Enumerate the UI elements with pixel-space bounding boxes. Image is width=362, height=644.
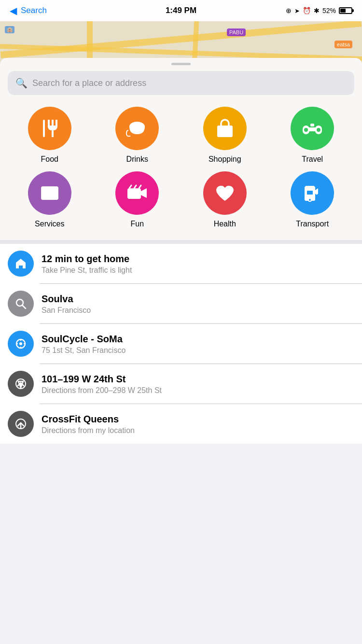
soulcycle-icon (8, 331, 34, 357)
svg-point-16 (130, 191, 132, 194)
transport-label: Transport (296, 220, 329, 228)
svg-point-10 (316, 127, 321, 132)
sheet-handle (0, 58, 362, 67)
drinks-label: Drinks (126, 155, 148, 164)
svg-rect-3 (217, 126, 233, 137)
svg-point-2 (129, 124, 145, 129)
status-time: 1:49 PM (166, 6, 196, 15)
home-text: 12 min to get home Take Pine St, traffic… (42, 252, 354, 275)
crossfit-icon (8, 411, 34, 437)
services-icon: $ (28, 171, 71, 215)
search-placeholder: Search for a place or address (32, 78, 146, 88)
w24th-icon (8, 371, 34, 397)
travel-label: Travel (302, 155, 323, 164)
battery-icon (339, 7, 352, 14)
w24th-subtitle: Directions from 200–298 W 25th St (42, 386, 354, 395)
services-label: Services (35, 220, 64, 228)
food-icon (28, 107, 71, 150)
shopping-icon (203, 107, 247, 150)
home-icon (8, 251, 34, 277)
status-bar: ◀ Search 1:49 PM ⊕ ➤ ⏰ ✱ 52% (0, 0, 362, 21)
soulcycle-text: SoulCycle - SoMa 75 1st St, San Francisc… (42, 333, 354, 355)
category-services[interactable]: $ Services (8, 171, 92, 228)
svg-point-29 (19, 342, 22, 345)
transport-icon (291, 171, 334, 215)
battery-percent: 52% (322, 7, 336, 14)
lock-icon: ⊕ (286, 7, 292, 14)
fun-label: Fun (130, 220, 144, 228)
soulva-icon (8, 291, 34, 317)
svg-rect-8 (308, 127, 316, 131)
home-subtitle: Take Pine St, traffic is light (42, 266, 354, 275)
svg-rect-11 (310, 124, 314, 126)
svg-line-19 (129, 185, 131, 188)
list-item-crossfit[interactable]: CrossFit Queens Directions from my locat… (0, 404, 362, 444)
svg-line-20 (134, 185, 136, 188)
alarm-icon: ⏰ (303, 7, 311, 14)
svg-line-21 (139, 185, 141, 188)
category-drinks[interactable]: Drinks (96, 107, 180, 164)
travel-icon (291, 107, 334, 150)
svg-point-18 (135, 191, 137, 194)
soulva-title: Soulva (42, 293, 354, 305)
crossfit-subtitle: Directions from my location (42, 426, 354, 435)
bluetooth-icon: ✱ (314, 7, 320, 14)
svg-line-27 (22, 305, 26, 308)
back-label: Search (21, 6, 47, 15)
health-icon (203, 171, 247, 215)
handle-bar (171, 63, 191, 65)
suggestions-list: 12 min to get home Take Pine St, traffic… (0, 244, 362, 444)
svg-rect-0 (43, 120, 45, 137)
w24th-title: 101–199 W 24th St (42, 373, 354, 385)
category-shopping[interactable]: Shopping (183, 107, 267, 164)
soulcycle-subtitle: 75 1st St, San Francisco (42, 346, 354, 355)
food-label: Food (41, 155, 58, 164)
status-indicators: ⊕ ➤ ⏰ ✱ 52% (286, 7, 352, 14)
svg-point-9 (304, 127, 308, 132)
soulva-subtitle: San Francisco (42, 306, 354, 315)
shopping-label: Shopping (209, 155, 241, 164)
category-fun[interactable]: Fun (96, 171, 180, 228)
crossfit-title: CrossFit Queens (42, 413, 354, 425)
svg-point-24 (308, 198, 311, 201)
list-item-w24th[interactable]: 101–199 W 24th St Directions from 200–29… (0, 364, 362, 404)
soulcycle-title: SoulCycle - SoMa (42, 333, 354, 345)
category-food[interactable]: Food (8, 107, 92, 164)
list-item-home[interactable]: 12 min to get home Take Pine St, traffic… (0, 244, 362, 283)
home-title: 12 min to get home (42, 252, 354, 265)
svg-text:$: $ (47, 188, 52, 196)
list-item-soulva[interactable]: Soulva San Francisco (0, 284, 362, 323)
category-health[interactable]: Health (183, 171, 267, 228)
crossfit-text: CrossFit Queens Directions from my locat… (42, 413, 354, 435)
w24th-text: 101–199 W 24th St Directions from 200–29… (42, 373, 354, 395)
section-divider (0, 240, 362, 244)
search-container: 🔍 Search for a place or address (0, 67, 362, 103)
category-travel[interactable]: Travel (271, 107, 355, 164)
drinks-icon (115, 107, 159, 150)
soulva-text: Soulva San Francisco (42, 293, 354, 315)
health-label: Health (214, 220, 236, 228)
category-grid: Food Drinks Shopping (0, 103, 362, 240)
fun-icon (115, 171, 159, 215)
svg-rect-23 (306, 190, 313, 195)
location-icon: ➤ (294, 7, 300, 14)
search-icon: 🔍 (15, 77, 28, 89)
list-item-soulcycle[interactable]: SoulCycle - SoMa 75 1st St, San Francisc… (0, 324, 362, 364)
back-button[interactable]: ◀ Search (10, 5, 47, 16)
category-transport[interactable]: Transport (271, 171, 355, 228)
back-arrow-icon: ◀ (10, 5, 17, 16)
search-bar[interactable]: 🔍 Search for a place or address (8, 71, 354, 95)
